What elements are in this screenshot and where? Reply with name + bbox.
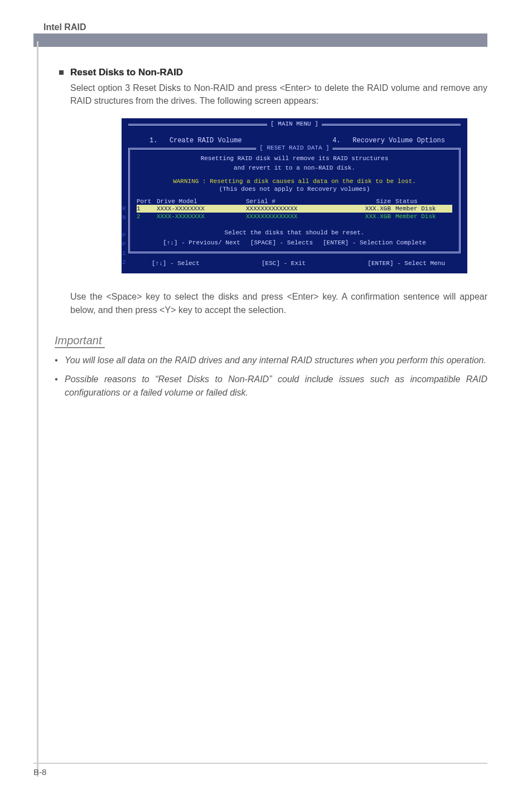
bg-hint-letters: RN PP12 bbox=[122, 204, 126, 267]
bios-screenshot: [ MAIN MENU ] 1. Create RAID Volume 4. R… bbox=[122, 118, 467, 273]
disk-table-header: Port Drive Model Serial # Size Status bbox=[137, 198, 452, 205]
mm-right-num: 4. bbox=[332, 137, 340, 145]
bottom-menu: [ENTER] - Select Menu bbox=[367, 260, 445, 267]
key-enter: [ENTER] - Selection Complete bbox=[323, 239, 426, 246]
row2-model: XXXX-XXXXXXXX bbox=[157, 213, 246, 220]
head-model: Drive Model bbox=[157, 198, 246, 205]
section-paragraph: Select option 3 Reset Disks to Non-RAID … bbox=[70, 81, 487, 107]
important-heading: Important bbox=[55, 334, 105, 348]
row1-serial: XXXXXXXXXXXXXX bbox=[246, 205, 346, 212]
page-footer: B-8 bbox=[33, 763, 487, 777]
head-status: Status bbox=[391, 198, 452, 205]
key-space: [SPACE] - Selects bbox=[250, 239, 313, 246]
important-text-2: Possible reasons to “Reset Disks to Non-… bbox=[65, 373, 487, 399]
mm-right-text: Recovery Volume Options bbox=[352, 137, 445, 145]
important-text-1: You will lose all data on the RAID drive… bbox=[65, 354, 486, 367]
reset-raid-box: [ RESET RAID DATA ] Resetting RAID disk … bbox=[128, 148, 461, 253]
row2-status: Member Disk bbox=[391, 213, 452, 220]
bottom-esc: [ESC] - Exit bbox=[262, 260, 306, 267]
left-vertical-rule bbox=[37, 41, 38, 777]
header-divider-bar bbox=[33, 33, 487, 47]
outer-key-row: [↑↓] - Select [ESC] - Exit [ENTER] - Sel… bbox=[127, 257, 462, 268]
mm-left-text: Create RAID Volume bbox=[170, 137, 242, 145]
key-prev: [↑↓] - Previous/ Next bbox=[163, 239, 240, 246]
disk-row[interactable]: 2 XXXX-XXXXXXXX XXXXXXXXXXXXXX XXX.XGB M… bbox=[137, 213, 452, 220]
reset-warning-sub: (This does not apply to Recovery volumes… bbox=[137, 186, 452, 192]
head-serial: Serial # bbox=[246, 198, 346, 205]
row1-port: 1 bbox=[137, 205, 157, 212]
row2-serial: XXXXXXXXXXXXXX bbox=[246, 213, 346, 220]
mm-left-num: 1. bbox=[149, 137, 157, 145]
main-menu-label: [ MAIN MENU ] bbox=[267, 121, 322, 127]
reset-raid-label: [ RESET RAID DATA ] bbox=[256, 145, 332, 151]
main-menu-bar: [ MAIN MENU ] bbox=[128, 124, 461, 136]
inner-key-row: [↑↓] - Previous/ Next [SPACE] - Selects … bbox=[137, 239, 452, 246]
reset-msg-1: Resetting RAID disk will remove its RAID… bbox=[137, 154, 452, 163]
select-message: Select the disks that should be reset. bbox=[137, 229, 452, 236]
bottom-select: [↑↓] - Select bbox=[152, 260, 200, 267]
reset-warning: WARNING : Resetting a disk causes all da… bbox=[137, 178, 452, 185]
head-size: Size bbox=[346, 198, 391, 205]
reset-msg-2: and revert it to a non-RAID disk. bbox=[137, 163, 452, 173]
page-header: Intel RAID bbox=[33, 22, 86, 32]
important-item: •Possible reasons to “Reset Disks to Non… bbox=[55, 373, 487, 399]
row2-port: 2 bbox=[137, 213, 157, 220]
section-heading: Reset Disks to Non-RAID bbox=[70, 67, 183, 78]
row1-size: XXX.XGB bbox=[346, 205, 391, 212]
after-paragraph: Use the <Space> key to select the disks … bbox=[70, 290, 487, 316]
row1-status: Member Disk bbox=[391, 205, 452, 212]
important-item: •You will lose all data on the RAID driv… bbox=[55, 354, 487, 367]
section-heading-row: Reset Disks to Non-RAID bbox=[59, 67, 487, 78]
disk-row-selected[interactable]: 1 XXXX-XXXXXXXX XXXXXXXXXXXXXX XXX.XGB M… bbox=[137, 205, 452, 213]
square-bullet-icon bbox=[59, 70, 64, 75]
page-number: B-8 bbox=[33, 767, 46, 777]
row2-size: XXX.XGB bbox=[346, 213, 391, 220]
row1-model: XXXX-XXXXXXXX bbox=[157, 205, 246, 212]
head-port: Port bbox=[137, 198, 157, 205]
